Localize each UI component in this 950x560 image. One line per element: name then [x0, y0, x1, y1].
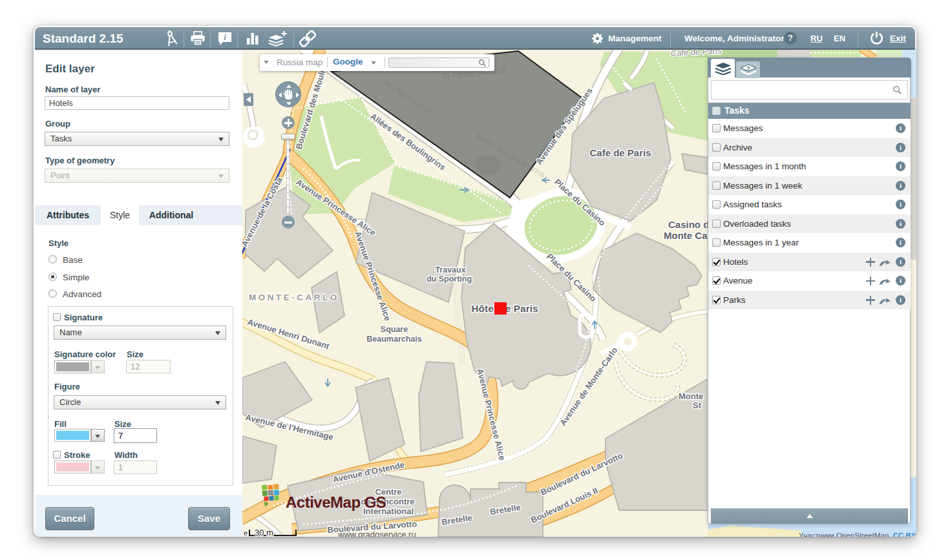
svg-text:Monte: Monte [679, 391, 703, 401]
svg-text:St: St [693, 400, 702, 410]
svg-text:Square: Square [381, 325, 408, 334]
svg-text:www.gradoservice.ru: www.gradoservice.ru [337, 530, 416, 537]
svg-text:i: i [224, 32, 226, 42]
svg-text:Beaumarchais: Beaumarchais [366, 335, 422, 344]
svg-text:Участники OpenStreetMap, CC BY: Участники OpenStreetMap, CC BY [799, 532, 916, 537]
svg-text:du Sporting: du Sporting [427, 275, 472, 284]
svg-text:e: e [244, 529, 248, 537]
svg-text:MONTE-CARLO: MONTE-CARLO [249, 293, 339, 302]
svg-text:Monte Ca: Monte Ca [664, 230, 708, 241]
svg-text:?: ? [746, 65, 750, 72]
svg-text:Casino d: Casino d [668, 219, 709, 230]
svg-text:Cafe de Paris: Cafe de Paris [589, 147, 651, 158]
svg-text:Travaux: Travaux [435, 265, 465, 275]
svg-text:ActiveMap GS: ActiveMap GS [286, 493, 386, 511]
svg-text:30 m: 30 m [255, 528, 273, 537]
